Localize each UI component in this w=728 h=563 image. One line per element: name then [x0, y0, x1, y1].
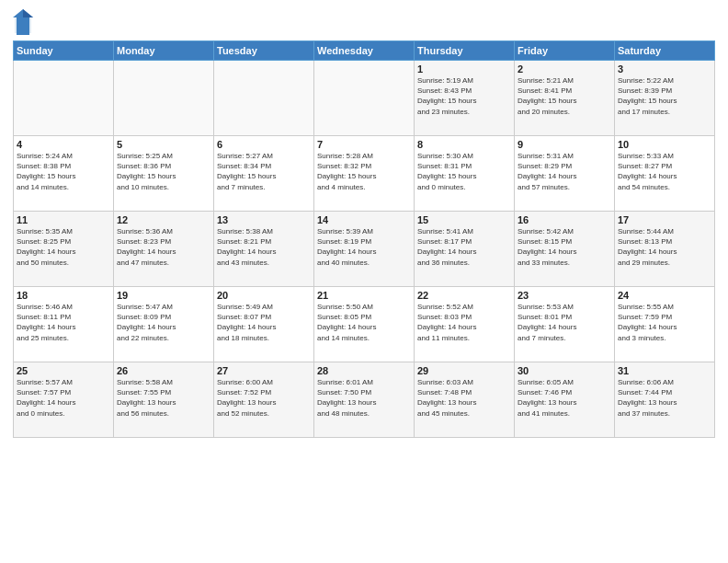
day-info: Sunrise: 5:46 AM Sunset: 8:11 PM Dayligh…	[17, 302, 110, 343]
page-container: SundayMondayTuesdayWednesdayThursdayFrid…	[0, 0, 728, 563]
day-info: Sunrise: 5:25 AM Sunset: 8:36 PM Dayligh…	[117, 151, 210, 192]
day-number: 10	[618, 139, 711, 150]
day-info: Sunrise: 5:42 AM Sunset: 8:15 PM Dayligh…	[518, 226, 611, 268]
calendar-cell: 9Sunrise: 5:31 AM Sunset: 8:29 PM Daylig…	[515, 136, 615, 212]
day-info: Sunrise: 5:44 AM Sunset: 8:13 PM Dayligh…	[618, 226, 711, 268]
day-number: 26	[117, 365, 210, 376]
day-number: 16	[518, 214, 611, 225]
day-number: 28	[317, 365, 411, 376]
calendar-cell	[214, 61, 314, 136]
day-info: Sunrise: 5:49 AM Sunset: 8:07 PM Dayligh…	[217, 302, 311, 343]
day-info: Sunrise: 5:38 AM Sunset: 8:21 PM Dayligh…	[217, 226, 311, 268]
calendar-body: 1Sunrise: 5:19 AM Sunset: 8:43 PM Daylig…	[14, 61, 715, 438]
logo	[13, 9, 35, 35]
calendar-cell: 16Sunrise: 5:42 AM Sunset: 8:15 PM Dayli…	[515, 212, 615, 287]
day-info: Sunrise: 5:28 AM Sunset: 8:32 PM Dayligh…	[317, 151, 411, 192]
day-info: Sunrise: 5:39 AM Sunset: 8:19 PM Dayligh…	[317, 226, 411, 268]
day-info: Sunrise: 5:35 AM Sunset: 8:25 PM Dayligh…	[17, 226, 110, 268]
calendar-cell: 6Sunrise: 5:27 AM Sunset: 8:34 PM Daylig…	[214, 136, 314, 212]
calendar-cell: 28Sunrise: 6:01 AM Sunset: 7:50 PM Dayli…	[314, 362, 415, 438]
day-number: 1	[417, 63, 511, 75]
day-number: 11	[17, 214, 110, 225]
header-cell-tuesday: Tuesday	[214, 41, 314, 61]
header-row: SundayMondayTuesdayWednesdayThursdayFrid…	[14, 41, 715, 61]
day-number: 19	[117, 290, 210, 301]
day-number: 31	[618, 365, 711, 376]
header-cell-sunday: Sunday	[14, 41, 114, 61]
day-number: 21	[317, 290, 411, 301]
calendar-cell: 2Sunrise: 5:21 AM Sunset: 8:41 PM Daylig…	[515, 61, 615, 136]
week-row-3: 11Sunrise: 5:35 AM Sunset: 8:25 PM Dayli…	[14, 212, 715, 287]
header-cell-monday: Monday	[114, 41, 214, 61]
calendar-cell	[114, 61, 214, 136]
calendar-cell: 15Sunrise: 5:41 AM Sunset: 8:17 PM Dayli…	[415, 212, 515, 287]
day-info: Sunrise: 5:33 AM Sunset: 8:27 PM Dayligh…	[618, 151, 711, 192]
calendar-cell: 7Sunrise: 5:28 AM Sunset: 8:32 PM Daylig…	[314, 136, 415, 212]
header-cell-friday: Friday	[515, 41, 615, 61]
day-info: Sunrise: 5:50 AM Sunset: 8:05 PM Dayligh…	[317, 302, 411, 343]
week-row-1: 1Sunrise: 5:19 AM Sunset: 8:43 PM Daylig…	[14, 61, 715, 136]
calendar-cell: 27Sunrise: 6:00 AM Sunset: 7:52 PM Dayli…	[214, 362, 314, 438]
day-number: 13	[217, 214, 311, 225]
header-cell-thursday: Thursday	[415, 41, 515, 61]
calendar-header: SundayMondayTuesdayWednesdayThursdayFrid…	[14, 41, 715, 61]
calendar-cell: 13Sunrise: 5:38 AM Sunset: 8:21 PM Dayli…	[214, 212, 314, 287]
day-number: 7	[317, 139, 411, 150]
day-info: Sunrise: 6:05 AM Sunset: 7:46 PM Dayligh…	[518, 377, 611, 419]
day-info: Sunrise: 5:41 AM Sunset: 8:17 PM Dayligh…	[417, 226, 511, 268]
day-info: Sunrise: 5:27 AM Sunset: 8:34 PM Dayligh…	[217, 151, 311, 192]
calendar-cell: 21Sunrise: 5:50 AM Sunset: 8:05 PM Dayli…	[314, 287, 415, 362]
day-number: 23	[518, 290, 611, 301]
header-cell-wednesday: Wednesday	[314, 41, 415, 61]
day-info: Sunrise: 5:55 AM Sunset: 7:59 PM Dayligh…	[618, 302, 711, 343]
calendar-cell: 18Sunrise: 5:46 AM Sunset: 8:11 PM Dayli…	[14, 287, 114, 362]
day-number: 3	[618, 63, 711, 75]
calendar-cell: 4Sunrise: 5:24 AM Sunset: 8:38 PM Daylig…	[14, 136, 114, 212]
calendar-cell: 23Sunrise: 5:53 AM Sunset: 8:01 PM Dayli…	[515, 287, 615, 362]
svg-marker-2	[23, 9, 33, 17]
day-number: 17	[618, 214, 711, 225]
day-number: 8	[417, 139, 511, 150]
calendar-cell: 19Sunrise: 5:47 AM Sunset: 8:09 PM Dayli…	[114, 287, 214, 362]
calendar-cell: 31Sunrise: 6:06 AM Sunset: 7:44 PM Dayli…	[615, 362, 715, 438]
day-info: Sunrise: 5:24 AM Sunset: 8:38 PM Dayligh…	[17, 151, 110, 192]
day-info: Sunrise: 5:21 AM Sunset: 8:41 PM Dayligh…	[518, 75, 611, 117]
day-info: Sunrise: 5:36 AM Sunset: 8:23 PM Dayligh…	[117, 226, 210, 268]
day-info: Sunrise: 6:00 AM Sunset: 7:52 PM Dayligh…	[217, 377, 311, 419]
day-number: 5	[117, 139, 210, 150]
day-info: Sunrise: 6:01 AM Sunset: 7:50 PM Dayligh…	[317, 377, 411, 419]
calendar-cell: 22Sunrise: 5:52 AM Sunset: 8:03 PM Dayli…	[415, 287, 515, 362]
day-number: 4	[17, 139, 110, 150]
calendar-cell: 24Sunrise: 5:55 AM Sunset: 7:59 PM Dayli…	[615, 287, 715, 362]
day-info: Sunrise: 5:30 AM Sunset: 8:31 PM Dayligh…	[417, 151, 511, 192]
calendar-cell: 3Sunrise: 5:22 AM Sunset: 8:39 PM Daylig…	[615, 61, 715, 136]
calendar-cell: 26Sunrise: 5:58 AM Sunset: 7:55 PM Dayli…	[114, 362, 214, 438]
day-info: Sunrise: 5:52 AM Sunset: 8:03 PM Dayligh…	[417, 302, 511, 343]
day-number: 24	[618, 290, 711, 301]
day-number: 14	[317, 214, 411, 225]
calendar-cell: 11Sunrise: 5:35 AM Sunset: 8:25 PM Dayli…	[14, 212, 114, 287]
header-cell-saturday: Saturday	[615, 41, 715, 61]
calendar-cell: 1Sunrise: 5:19 AM Sunset: 8:43 PM Daylig…	[415, 61, 515, 136]
calendar-cell: 14Sunrise: 5:39 AM Sunset: 8:19 PM Dayli…	[314, 212, 415, 287]
day-info: Sunrise: 5:58 AM Sunset: 7:55 PM Dayligh…	[117, 377, 210, 419]
week-row-4: 18Sunrise: 5:46 AM Sunset: 8:11 PM Dayli…	[14, 287, 715, 362]
calendar-cell: 8Sunrise: 5:30 AM Sunset: 8:31 PM Daylig…	[415, 136, 515, 212]
day-number: 2	[518, 63, 611, 75]
calendar-cell: 12Sunrise: 5:36 AM Sunset: 8:23 PM Dayli…	[114, 212, 214, 287]
day-number: 30	[518, 365, 611, 376]
day-number: 12	[117, 214, 210, 225]
calendar-cell: 17Sunrise: 5:44 AM Sunset: 8:13 PM Dayli…	[615, 212, 715, 287]
calendar-cell	[14, 61, 114, 136]
calendar-cell: 25Sunrise: 5:57 AM Sunset: 7:57 PM Dayli…	[14, 362, 114, 438]
calendar-cell	[314, 61, 415, 136]
calendar-cell: 5Sunrise: 5:25 AM Sunset: 8:36 PM Daylig…	[114, 136, 214, 212]
day-number: 20	[217, 290, 311, 301]
day-number: 15	[417, 214, 511, 225]
header	[13, 9, 715, 35]
calendar-table: SundayMondayTuesdayWednesdayThursdayFrid…	[13, 40, 715, 438]
calendar-cell: 30Sunrise: 6:05 AM Sunset: 7:46 PM Dayli…	[515, 362, 615, 438]
week-row-2: 4Sunrise: 5:24 AM Sunset: 8:38 PM Daylig…	[14, 136, 715, 212]
day-number: 6	[217, 139, 311, 150]
day-number: 25	[17, 365, 110, 376]
